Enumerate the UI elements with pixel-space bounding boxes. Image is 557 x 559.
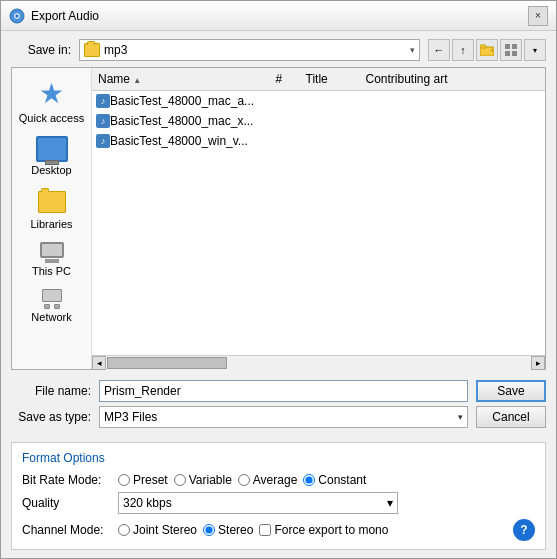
file-name-row: File name: Save [11,380,546,402]
save-in-value: mp3 [104,43,406,57]
quick-access-icon: ★ [36,78,68,110]
force-mono-option[interactable]: Force export to mono [259,523,388,537]
scroll-left-button[interactable]: ◂ [92,356,106,370]
channel-mode-inner: Channel Mode: Joint Stereo Stereo Force … [22,523,388,537]
file-item[interactable]: ♪ BasicTest_48000_mac_x... [92,111,545,131]
network-label: Network [31,311,71,323]
file-name-1: BasicTest_48000_mac_a... [110,94,541,108]
quality-combo[interactable]: 320 kbps ▾ [118,492,398,514]
radio-variable-input[interactable] [174,474,186,486]
save-in-arrow: ▾ [410,45,415,55]
file-name-label: File name: [11,384,91,398]
svg-rect-9 [512,51,517,56]
network-icon [42,289,62,309]
radio-variable-label: Variable [189,473,232,487]
quality-value: 320 kbps [123,496,172,510]
dialog-content: Save in: mp3 ▾ ← ↑ + [1,31,556,558]
save-as-value: MP3 Files [104,410,157,424]
save-in-label: Save in: [11,43,71,57]
this-pc-icon [40,242,64,263]
svg-point-2 [16,14,19,17]
force-mono-checkbox[interactable] [259,524,271,536]
radio-preset-label: Preset [133,473,168,487]
sidebar-item-quick-access[interactable]: ★ Quick access [12,72,91,130]
file-item[interactable]: ♪ BasicTest_48000_mac_a... [92,91,545,111]
file-name-input[interactable] [99,380,468,402]
col-hash[interactable]: # [274,70,304,88]
folder-icon [84,43,100,57]
scroll-track[interactable] [106,356,531,370]
this-pc-label: This PC [32,265,71,277]
sidebar-item-network[interactable]: Network [12,283,91,329]
force-mono-label: Force export to mono [274,523,388,537]
radio-stereo-input[interactable] [203,524,215,536]
save-button[interactable]: Save [476,380,546,402]
sidebar-item-libraries[interactable]: Libraries [12,182,91,236]
radio-variable[interactable]: Variable [174,473,232,487]
scroll-right-button[interactable]: ▸ [531,356,545,370]
file-item[interactable]: ♪ BasicTest_48000_win_v... [92,131,545,151]
channel-mode-row: Channel Mode: Joint Stereo Stereo Force … [22,519,535,541]
help-button[interactable]: ? [513,519,535,541]
sidebar-item-this-pc[interactable]: This PC [12,236,91,283]
save-as-row: Save as type: MP3 Files ▾ Cancel [11,406,546,428]
radio-constant-label: Constant [318,473,366,487]
file-icon-1: ♪ [96,94,110,108]
svg-rect-8 [505,51,510,56]
file-name-3: BasicTest_48000_win_v... [110,134,541,148]
save-in-combo[interactable]: mp3 ▾ [79,39,420,61]
radio-joint-stereo[interactable]: Joint Stereo [118,523,197,537]
dialog-title: Export Audio [31,9,99,23]
libraries-label: Libraries [30,218,72,230]
col-contrib[interactable]: Contributing art [364,70,542,88]
radio-preset[interactable]: Preset [118,473,168,487]
browser-area: ★ Quick access Desktop Li [11,67,546,370]
file-icon-3: ♪ [96,134,110,148]
radio-joint-stereo-input[interactable] [118,524,130,536]
new-folder-button[interactable]: + [476,39,498,61]
format-options-title: Format Options [22,451,535,465]
svg-rect-7 [512,44,517,49]
radio-average[interactable]: Average [238,473,297,487]
file-list-header: Name ▲ # Title Contributing art [92,68,545,91]
more-options-button[interactable]: ▾ [524,39,546,61]
save-as-label: Save as type: [11,410,91,424]
export-audio-dialog: Export Audio × Save in: mp3 ▾ ← ↑ + [0,0,557,559]
scroll-thumb[interactable] [107,357,227,369]
channel-mode-label: Channel Mode: [22,523,112,537]
radio-joint-stereo-label: Joint Stereo [133,523,197,537]
sort-arrow: ▲ [133,76,141,85]
view-options-button[interactable] [500,39,522,61]
save-in-row: Save in: mp3 ▾ ← ↑ + [11,39,546,61]
desktop-label: Desktop [31,164,71,176]
col-name[interactable]: Name ▲ [96,70,274,88]
radio-preset-input[interactable] [118,474,130,486]
radio-average-input[interactable] [238,474,250,486]
svg-rect-6 [505,44,510,49]
radio-constant-input[interactable] [303,474,315,486]
close-button[interactable]: × [528,6,548,26]
back-button[interactable]: ← [428,39,450,61]
save-as-combo[interactable]: MP3 Files ▾ [99,406,468,428]
cancel-button[interactable]: Cancel [476,406,546,428]
quality-label: Quality [22,496,112,510]
bit-rate-mode-label: Bit Rate Mode: [22,473,112,487]
horizontal-scrollbar[interactable]: ◂ ▸ [92,355,545,369]
up-button[interactable]: ↑ [452,39,474,61]
save-as-arrow: ▾ [458,412,463,422]
radio-stereo[interactable]: Stereo [203,523,253,537]
file-name-2: BasicTest_48000_mac_x... [110,114,541,128]
format-options-section: Format Options Bit Rate Mode: Preset Var… [11,442,546,550]
radio-constant[interactable]: Constant [303,473,366,487]
quick-access-label: Quick access [19,112,84,124]
sidebar-item-desktop[interactable]: Desktop [12,130,91,182]
quality-arrow: ▾ [387,496,393,510]
file-icon-2: ♪ [96,114,110,128]
radio-stereo-label: Stereo [218,523,253,537]
desktop-icon [36,136,68,162]
file-list: ♪ BasicTest_48000_mac_a... ♪ BasicTest_4… [92,91,545,355]
libraries-icon [36,188,68,216]
svg-text:+: + [490,46,494,55]
col-title[interactable]: Title [304,70,364,88]
file-input-section: File name: Save Save as type: MP3 Files … [11,376,546,432]
